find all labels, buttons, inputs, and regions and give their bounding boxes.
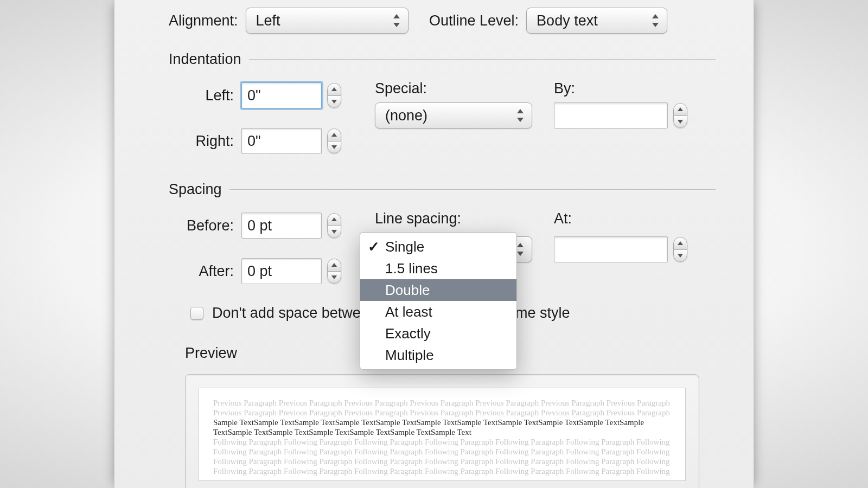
preview-following-line: Following Paragraph Following Paragraph … xyxy=(213,457,671,466)
no-space-same-style-checkbox[interactable] xyxy=(190,307,203,320)
alignment-value: Left xyxy=(256,12,280,29)
section-rule xyxy=(249,59,716,60)
outlinelevel-select[interactable]: Body text xyxy=(526,8,667,34)
outlinelevel-label: Outline Level: xyxy=(429,12,519,29)
linespacing-label: Line spacing: xyxy=(375,210,461,227)
stepper-down-icon[interactable] xyxy=(673,249,687,262)
menu-item-label: 1.5 lines xyxy=(385,260,438,277)
spacing-before-input[interactable] xyxy=(241,213,322,239)
stepper-down-icon[interactable] xyxy=(327,141,341,154)
stepper-down-icon[interactable] xyxy=(673,115,687,129)
preview-previous-line: Previous Paragraph Previous Paragraph Pr… xyxy=(213,398,671,408)
paragraph-dialog-pane: Alignment: Left Outline Level: Body text… xyxy=(114,0,754,488)
linespacing-menu[interactable]: ✓Single1.5 linesDoubleAt leastExactlyMul… xyxy=(360,232,517,370)
preview-title: Preview xyxy=(185,345,237,362)
indent-left-input[interactable] xyxy=(241,82,322,108)
menu-item-label: Double xyxy=(385,282,430,299)
indent-left-stepper[interactable] xyxy=(327,83,341,108)
menu-item-label: At least xyxy=(385,304,432,320)
preview-following-line: Following Paragraph Following Paragraph … xyxy=(213,447,671,457)
stepper-up-icon[interactable] xyxy=(327,213,341,226)
by-stepper[interactable] xyxy=(673,103,687,128)
stepper-down-icon[interactable] xyxy=(327,271,341,284)
stepper-down-icon[interactable] xyxy=(327,226,341,239)
spacing-before-stepper[interactable] xyxy=(327,213,341,238)
linespacing-option-double[interactable]: Double xyxy=(360,279,516,301)
outlinelevel-value: Body text xyxy=(537,12,598,29)
at-stepper[interactable] xyxy=(673,237,687,262)
section-indentation: Indentation xyxy=(169,51,241,68)
spacing-after-input[interactable] xyxy=(241,258,322,284)
updown-icon xyxy=(392,14,401,27)
updown-icon xyxy=(515,109,525,122)
preview-sample-line: Sample TextSample TextSample TextSample … xyxy=(213,418,671,437)
alignment-label: Alignment: xyxy=(169,12,238,29)
spacing-after-stepper[interactable] xyxy=(327,259,341,284)
indent-right-label: Right: xyxy=(169,133,234,150)
menu-item-label: Exactly xyxy=(385,325,431,342)
linespacing-option-single[interactable]: ✓Single xyxy=(360,236,516,258)
indent-right-stepper[interactable] xyxy=(327,129,341,153)
section-rule xyxy=(229,189,716,190)
checkmark-icon: ✓ xyxy=(368,239,380,255)
stepper-down-icon[interactable] xyxy=(327,95,341,108)
stepper-up-icon[interactable] xyxy=(327,83,341,95)
menu-item-label: Multiple xyxy=(385,347,434,364)
preview-canvas: Previous Paragraph Previous Paragraph Pr… xyxy=(199,388,686,481)
stepper-up-icon[interactable] xyxy=(327,259,341,271)
special-value: (none) xyxy=(385,107,427,124)
at-input[interactable] xyxy=(554,236,668,262)
preview-following-line: Following Paragraph Following Paragraph … xyxy=(213,437,671,447)
special-label: Special: xyxy=(375,80,427,97)
menu-item-label: Single xyxy=(385,239,424,255)
linespacing-option-1-5-lines[interactable]: 1.5 lines xyxy=(360,258,516,279)
preview-following-line: Following Paragraph Following Paragraph … xyxy=(213,466,671,476)
linespacing-option-at-least[interactable]: At least xyxy=(360,301,516,323)
linespacing-option-exactly[interactable]: Exactly xyxy=(360,323,516,344)
stepper-up-icon[interactable] xyxy=(673,237,687,249)
spacing-before-label: Before: xyxy=(169,217,234,234)
at-label: At: xyxy=(554,210,572,227)
linespacing-option-multiple[interactable]: Multiple xyxy=(360,344,516,366)
stepper-up-icon[interactable] xyxy=(673,103,687,115)
by-input[interactable] xyxy=(554,102,668,129)
indent-left-label: Left: xyxy=(169,87,234,104)
updown-icon xyxy=(650,14,660,27)
by-label: By: xyxy=(554,80,575,97)
spacing-after-label: After: xyxy=(169,263,234,280)
stepper-up-icon[interactable] xyxy=(327,129,341,141)
indent-right-input[interactable] xyxy=(241,128,322,154)
preview-previous-line: Previous Paragraph Previous Paragraph Pr… xyxy=(213,408,671,418)
section-spacing: Spacing xyxy=(169,181,222,198)
preview-box: Previous Paragraph Previous Paragraph Pr… xyxy=(185,374,699,488)
special-select[interactable]: (none) xyxy=(375,102,532,129)
alignment-select[interactable]: Left xyxy=(246,8,409,34)
